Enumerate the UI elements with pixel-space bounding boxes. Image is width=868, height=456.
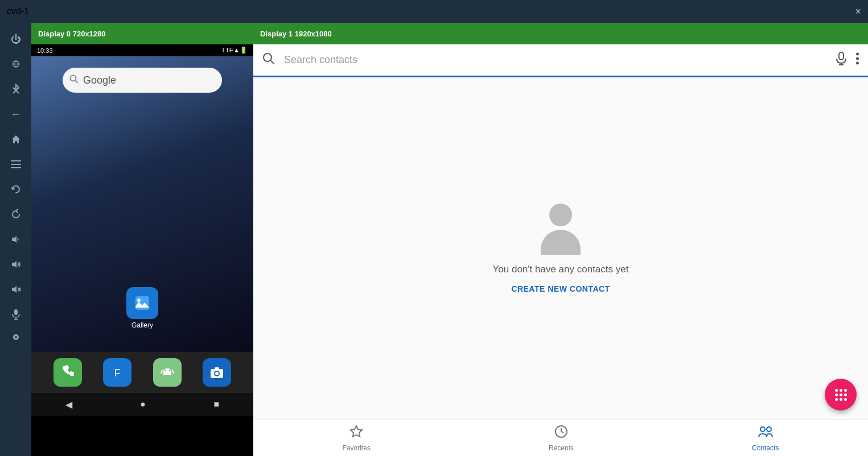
display1-label: Display 1 1920x1080	[260, 30, 332, 38]
google-search-bar[interactable]: Google	[63, 68, 222, 93]
svg-rect-26	[839, 52, 844, 60]
svg-point-31	[856, 61, 859, 64]
svg-point-18	[168, 370, 170, 371]
contacts-empty-area: You don't have any contacts yet CREATE N…	[253, 77, 868, 420]
display1: Display 1 1920x1080 Search contacts	[253, 23, 868, 456]
svg-point-22	[215, 372, 219, 375]
power-icon[interactable]: ⏻	[5, 28, 27, 50]
contacts-search-bar[interactable]: Search contacts	[253, 44, 868, 77]
phone-status-bar: 10:33 LTE▲🔋	[31, 44, 253, 56]
menu-icon[interactable]	[5, 154, 27, 175]
svg-rect-23	[215, 367, 219, 370]
fab-dot-7	[835, 398, 838, 401]
content-area: Display 0 720x1280 10:33 LTE▲🔋	[31, 23, 868, 456]
phone-dock: F	[31, 352, 253, 393]
contacts-label: Contacts	[752, 444, 779, 452]
phone-signal: LTE▲🔋	[223, 47, 248, 54]
contacts-fab-button[interactable]	[825, 379, 857, 411]
svg-rect-2	[11, 167, 21, 168]
fab-dot-4	[835, 393, 838, 396]
fab-dot-5	[840, 393, 842, 396]
svg-rect-5	[14, 309, 18, 315]
home-nav-button[interactable]: ●	[140, 399, 146, 409]
favorites-icon	[349, 425, 363, 442]
mic-icon[interactable]	[5, 304, 27, 325]
nav-recents[interactable]: Recents	[535, 420, 587, 457]
gallery-label: Gallery	[131, 321, 153, 329]
mute-icon[interactable]	[5, 279, 27, 300]
display1-screen: Search contacts	[253, 44, 868, 456]
home-icon[interactable]	[5, 128, 27, 150]
fab-dot-2	[840, 389, 842, 392]
svg-text:F: F	[114, 367, 121, 379]
recents-label: Recents	[549, 444, 574, 452]
main-layout: ⏻ ⚙ ←	[0, 23, 868, 456]
settings-icon[interactable]: ⚙	[5, 53, 27, 75]
svg-point-8	[15, 336, 17, 338]
volume-high-icon[interactable]	[5, 254, 27, 275]
svg-rect-1	[11, 164, 21, 165]
fab-dot-6	[844, 393, 847, 396]
svg-point-30	[856, 57, 859, 60]
svg-point-13	[137, 299, 141, 302]
gallery-app-icon[interactable]: Gallery	[126, 287, 158, 329]
rotate-icon[interactable]	[5, 179, 27, 200]
svg-rect-12	[135, 296, 149, 310]
display0-screen: 10:33 LTE▲🔋 Google	[31, 44, 253, 456]
more-options-icon[interactable]	[856, 52, 859, 68]
svg-line-10	[75, 80, 77, 82]
phone-time: 10:33	[37, 47, 53, 54]
contacts-bottom-nav: Favorites Recents	[253, 420, 868, 456]
left-sidebar: ⏻ ⚙ ←	[0, 23, 31, 456]
search-icon	[262, 52, 275, 68]
location-icon[interactable]	[5, 329, 27, 350]
volume-low-icon[interactable]	[5, 229, 27, 250]
gallery-icon	[126, 287, 158, 319]
nav-favorites[interactable]: Favorites	[329, 420, 384, 457]
recents-nav-button[interactable]: ■	[214, 399, 220, 409]
dock-android-icon[interactable]	[153, 358, 182, 387]
search-input[interactable]: Search contacts	[284, 54, 826, 66]
svg-point-34	[760, 427, 765, 432]
avatar-head	[549, 204, 572, 226]
back-icon[interactable]: ←	[5, 103, 27, 125]
svg-line-25	[271, 61, 274, 64]
svg-rect-0	[11, 160, 21, 161]
phone-wallpaper: Google Gallery	[31, 56, 253, 352]
recents-icon	[554, 425, 568, 442]
close-button[interactable]: ×	[855, 6, 861, 16]
display0: Display 0 720x1280 10:33 LTE▲🔋	[31, 23, 253, 456]
display0-header: Display 0 720x1280	[31, 23, 253, 44]
microphone-icon[interactable]	[836, 52, 847, 68]
svg-point-35	[767, 427, 771, 432]
dock-fdroid-icon[interactable]: F	[103, 358, 131, 387]
create-new-contact-button[interactable]: CREATE NEW CONTACT	[511, 284, 610, 293]
svg-marker-32	[351, 426, 362, 437]
display1-header: Display 1 1920x1080	[253, 23, 868, 44]
bluetooth-icon[interactable]	[5, 78, 27, 100]
fab-dot-8	[840, 398, 842, 401]
contacts-icon	[758, 425, 774, 442]
nav-contacts[interactable]: Contacts	[738, 420, 792, 457]
google-search-icon	[69, 74, 79, 86]
svg-point-29	[856, 52, 859, 55]
svg-point-17	[164, 370, 166, 371]
back-nav-button[interactable]: ◀	[65, 399, 72, 410]
dock-camera-icon[interactable]	[203, 358, 231, 387]
titlebar: cvd-1 ×	[0, 0, 868, 23]
google-logo: Google	[83, 74, 116, 86]
empty-contacts-avatar	[535, 204, 586, 255]
favorites-label: Favorites	[343, 444, 371, 452]
fab-dot-3	[844, 389, 847, 392]
fab-dot-1	[835, 389, 838, 392]
titlebar-title: cvd-1	[7, 6, 29, 16]
dock-phone-icon[interactable]	[54, 358, 82, 387]
phone-nav-bar: ◀ ● ■	[31, 393, 253, 416]
refresh-icon[interactable]	[5, 204, 27, 225]
display0-label: Display 0 720x1280	[38, 30, 106, 38]
avatar-body	[541, 230, 581, 255]
fab-dot-9	[844, 398, 847, 401]
empty-contacts-message: You don't have any contacts yet	[493, 264, 629, 275]
fab-grid-icon	[835, 389, 847, 401]
